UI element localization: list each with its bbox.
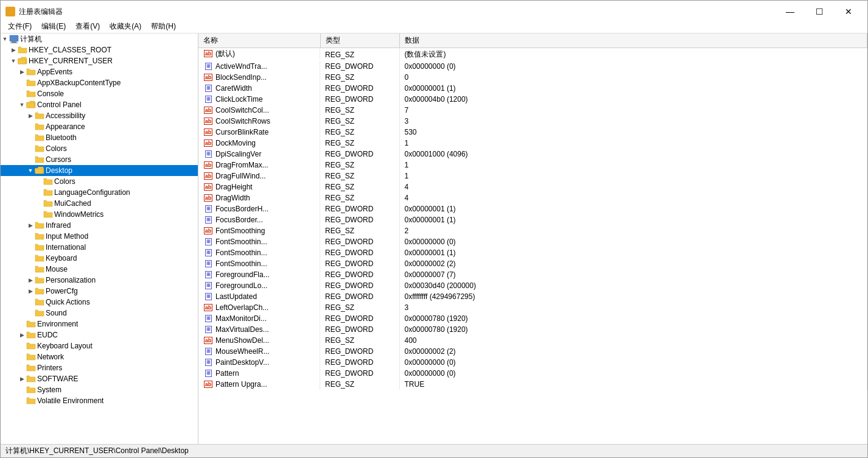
tree-item-appxbackup[interactable]: AppXBackupContentType	[1, 77, 198, 88]
tree-item-desktopcolors[interactable]: Colors	[1, 176, 198, 187]
expand-arrow[interactable]: ▶	[26, 277, 35, 283]
tree-item-console[interactable]: Console	[1, 88, 198, 99]
menu-item-favorites[interactable]: 收藏夹(A)	[105, 20, 146, 33]
tree-item-keyboardlayout[interactable]: Keyboard Layout	[1, 340, 198, 351]
expand-arrow[interactable]: ▶	[9, 47, 18, 53]
expand-arrow[interactable]: ▶	[26, 113, 35, 119]
registry-row[interactable]: ⊞ForegroundFla... REG_DWORD 0x00000007 (…	[198, 269, 867, 280]
folder-icon	[35, 275, 44, 285]
registry-row[interactable]: abDragFullWind... REG_SZ 1	[198, 171, 867, 181]
registry-row[interactable]: ⊞FocusBorderH... REG_DWORD 0x00000001 (1…	[198, 203, 867, 214]
expand-arrow[interactable]: ▼	[9, 58, 18, 64]
registry-row[interactable]: abPattern Upgra... REG_SZ TRUE	[198, 379, 867, 390]
tree-item-mouse[interactable]: Mouse	[1, 264, 198, 275]
tree-item-computer[interactable]: ▼计算机	[1, 33, 198, 44]
expand-arrow[interactable]: ▼	[26, 167, 35, 174]
tree-item-environment[interactable]: Environment	[1, 319, 198, 329]
registry-table[interactable]: 名称 类型 数据 ab(默认) REG_SZ (数值未设置) ⊞ActiveWn…	[198, 33, 867, 444]
registry-row[interactable]: ⊞MouseWheelR... REG_DWORD 0x00000002 (2)	[198, 346, 867, 357]
tree-item-colors[interactable]: Colors	[1, 143, 198, 154]
menu-item-edit[interactable]: 编辑(E)	[37, 20, 71, 33]
tree-label: HKEY_CLASSES_ROOT	[29, 46, 111, 54]
registry-row[interactable]: abDockMoving REG_SZ 1	[198, 138, 867, 149]
expand-arrow[interactable]: ▶	[26, 222, 35, 228]
folder-icon	[18, 45, 27, 55]
registry-row[interactable]: ⊞ActiveWndTra... REG_DWORD 0x00000000 (0…	[198, 61, 867, 72]
registry-row[interactable]: ⊞FontSmoothin... REG_DWORD 0x00000001 (1…	[198, 247, 867, 258]
tree-item-international[interactable]: International	[1, 242, 198, 253]
registry-data-table: 名称 类型 数据 ab(默认) REG_SZ (数值未设置) ⊞ActiveWn…	[198, 33, 867, 390]
tree-item-accessibility[interactable]: ▶Accessibility	[1, 110, 198, 121]
maximize-button[interactable]: ☐	[805, 4, 833, 19]
registry-row[interactable]: abCoolSwitchRows REG_SZ 3	[198, 116, 867, 127]
tree-label: Mouse	[46, 265, 68, 273]
tree-item-infrared[interactable]: ▶Infrared	[1, 220, 198, 231]
tree-item-powercfg[interactable]: ▶PowerCfg	[1, 286, 198, 297]
tree-item-langconfig[interactable]: LanguageConfiguration	[1, 187, 198, 198]
registry-row[interactable]: ⊞PaintDesktopV... REG_DWORD 0x00000000 (…	[198, 357, 867, 368]
tree-label: Bluetooth	[46, 133, 77, 142]
reg-name: ⊞PaintDesktopV...	[198, 357, 320, 368]
tree-item-hkcu[interactable]: ▼HKEY_CURRENT_USER	[1, 55, 198, 66]
tree-item-quickactions[interactable]: Quick Actions	[1, 297, 198, 308]
registry-row[interactable]: ⊞FontSmoothin... REG_DWORD 0x00000002 (2…	[198, 258, 867, 269]
tree-item-desktop[interactable]: ▼Desktop	[1, 165, 198, 176]
tree-item-eudc[interactable]: ▶EUDC	[1, 329, 198, 340]
registry-row[interactable]: ⊞DpiScalingVer REG_DWORD 0x00001000 (409…	[198, 149, 867, 160]
reg-data: TRUE	[399, 379, 867, 390]
registry-row[interactable]: abFontSmoothing REG_SZ 2	[198, 225, 867, 236]
registry-row[interactable]: abDragWidth REG_SZ 4	[198, 192, 867, 203]
registry-row[interactable]: ⊞ForegroundLo... REG_DWORD 0x00030d40 (2…	[198, 280, 867, 291]
reg-type: REG_SZ	[320, 116, 399, 127]
folder-icon	[35, 133, 44, 143]
reg-name: abPattern Upgra...	[198, 379, 320, 390]
registry-row[interactable]: abCursorBlinkRate REG_SZ 530	[198, 127, 867, 138]
expand-arrow[interactable]: ▶	[18, 332, 26, 338]
tree-item-controlpanel[interactable]: ▼Control Panel	[1, 99, 198, 110]
close-button[interactable]: ✕	[835, 4, 863, 19]
tree-item-system[interactable]: System	[1, 384, 198, 395]
tree-item-appearance[interactable]: Appearance	[1, 121, 198, 132]
registry-row[interactable]: abMenuShowDel... REG_SZ 400	[198, 335, 867, 346]
tree-item-software[interactable]: ▶SOFTWARE	[1, 373, 198, 384]
expand-arrow[interactable]: ▼	[18, 102, 26, 108]
registry-row[interactable]: ⊞MaxMonitorDi... REG_DWORD 0x00000780 (1…	[198, 313, 867, 324]
tree-item-volenv[interactable]: Volatile Environment	[1, 395, 198, 406]
tree-item-bluetooth[interactable]: Bluetooth	[1, 132, 198, 143]
tree-item-appevents[interactable]: ▶AppEvents	[1, 66, 198, 77]
tree-item-personalization[interactable]: ▶Personalization	[1, 275, 198, 286]
tree-item-muicached[interactable]: MuiCached	[1, 198, 198, 209]
registry-row[interactable]: abCoolSwitchCol... REG_SZ 7	[198, 105, 867, 116]
tree-label: Colors	[54, 177, 75, 186]
menu-item-file[interactable]: 文件(F)	[3, 20, 37, 33]
tree-item-sound[interactable]: Sound	[1, 308, 198, 319]
tree-item-network[interactable]: Network	[1, 351, 198, 362]
registry-row[interactable]: ab(默认) REG_SZ (数值未设置)	[198, 48, 867, 62]
registry-row[interactable]: ⊞FontSmoothin... REG_DWORD 0x00000000 (0…	[198, 236, 867, 247]
tree-pane[interactable]: ▼计算机▶HKEY_CLASSES_ROOT▼HKEY_CURRENT_USER…	[1, 33, 198, 444]
tree-item-windowmetrics[interactable]: WindowMetrics	[1, 209, 198, 220]
registry-row[interactable]: abLeftOverlapCh... REG_SZ 3	[198, 302, 867, 313]
registry-row[interactable]: abBlockSendInp... REG_SZ 0	[198, 72, 867, 83]
registry-row[interactable]: ⊞ClickLockTime REG_DWORD 0x000004b0 (120…	[198, 94, 867, 105]
tree-item-hkcr[interactable]: ▶HKEY_CLASSES_ROOT	[1, 44, 198, 55]
expand-arrow[interactable]: ▶	[26, 288, 35, 294]
expand-arrow[interactable]: ▶	[18, 69, 26, 75]
registry-row[interactable]: ⊞FocusBorder... REG_DWORD 0x00000001 (1)	[198, 214, 867, 225]
tree-item-printers[interactable]: Printers	[1, 362, 198, 373]
tree-item-inputmethod[interactable]: Input Method	[1, 231, 198, 242]
reg-type: REG_DWORD	[320, 346, 399, 357]
registry-row[interactable]: ⊞LastUpdated REG_DWORD 0xffffffff (42949…	[198, 291, 867, 302]
registry-row[interactable]: abDragFromMax... REG_SZ 1	[198, 160, 867, 171]
expand-arrow[interactable]: ▼	[1, 36, 9, 42]
menu-item-help[interactable]: 帮助(H)	[146, 20, 181, 33]
registry-row[interactable]: abDragHeight REG_SZ 4	[198, 181, 867, 192]
registry-row[interactable]: ⊞MaxVirtualDes... REG_DWORD 0x00000780 (…	[198, 324, 867, 335]
registry-row[interactable]: ⊞CaretWidth REG_DWORD 0x00000001 (1)	[198, 83, 867, 94]
menu-item-view[interactable]: 查看(V)	[71, 20, 105, 33]
tree-item-cursors[interactable]: Cursors	[1, 154, 198, 165]
registry-row[interactable]: ⊞Pattern REG_DWORD 0x00000000 (0)	[198, 368, 867, 379]
tree-item-keyboard[interactable]: Keyboard	[1, 253, 198, 264]
minimize-button[interactable]: —	[776, 4, 804, 19]
expand-arrow[interactable]: ▶	[18, 376, 26, 382]
